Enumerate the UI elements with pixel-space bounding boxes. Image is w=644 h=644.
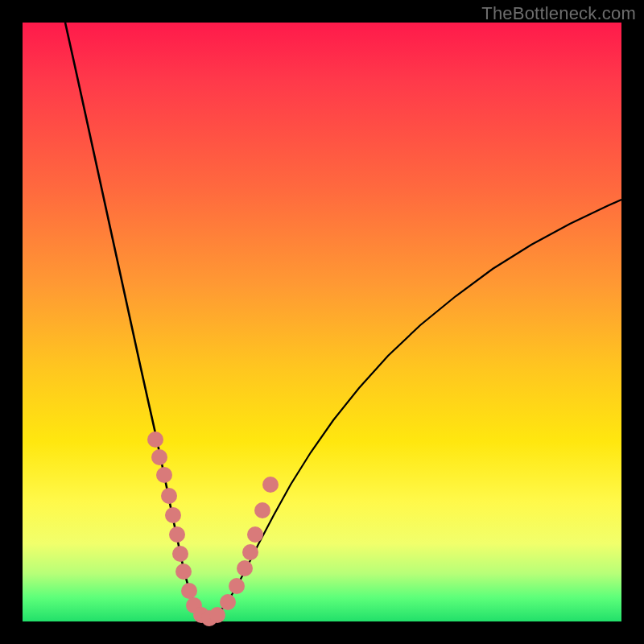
highlight-dot	[229, 578, 245, 594]
highlight-dot	[262, 477, 279, 493]
highlight-dot	[156, 467, 172, 483]
curve-layer	[23, 23, 621, 621]
highlight-dot	[209, 607, 225, 623]
curve-right-branch	[206, 200, 621, 620]
highlight-dot	[169, 526, 185, 543]
highlight-dot	[220, 594, 236, 610]
highlight-dot	[172, 546, 188, 562]
highlight-dot	[242, 544, 258, 560]
highlight-dot	[151, 449, 167, 465]
plot-area	[23, 23, 621, 621]
chart-frame: TheBottleneck.com	[0, 0, 644, 644]
highlight-dot	[237, 560, 253, 576]
highlight-dot	[147, 431, 163, 448]
watermark-text: TheBottleneck.com	[481, 3, 636, 24]
highlight-dot	[181, 583, 197, 599]
highlight-dot	[161, 488, 177, 504]
highlight-dot	[175, 564, 192, 580]
curve-left-branch	[65, 23, 206, 620]
highlight-dot	[165, 507, 181, 523]
highlight-dot	[254, 502, 270, 518]
highlight-dot	[247, 526, 263, 543]
highlight-dots-group	[147, 431, 279, 626]
